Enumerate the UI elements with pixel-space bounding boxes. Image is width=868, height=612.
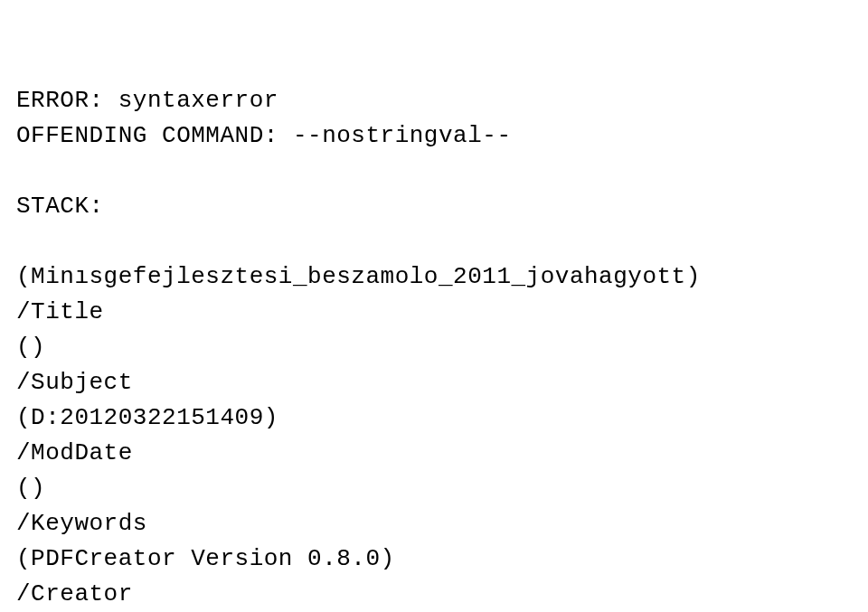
stack-item: (D:20120322151409) [16, 404, 278, 431]
stack-item: /Subject [16, 369, 133, 396]
stack-item: (PDFCreator Version 0.8.0) [16, 545, 395, 572]
error-output: ERROR: syntaxerror OFFENDING COMMAND: --… [16, 83, 852, 612]
stack-item: () [16, 475, 45, 502]
error-line: ERROR: syntaxerror [16, 87, 278, 114]
stack-item: /Title [16, 298, 104, 325]
stack-item: () [16, 334, 45, 361]
offending-command-line: OFFENDING COMMAND: --nostringval-- [16, 122, 512, 149]
stack-header: STACK: [16, 193, 104, 220]
stack-item: /Creator [16, 580, 133, 607]
stack-item: /Keywords [16, 510, 147, 537]
stack-item: (Minısgefejlesztesi_beszamolo_2011_jovah… [16, 263, 701, 290]
stack-item: /ModDate [16, 439, 133, 466]
